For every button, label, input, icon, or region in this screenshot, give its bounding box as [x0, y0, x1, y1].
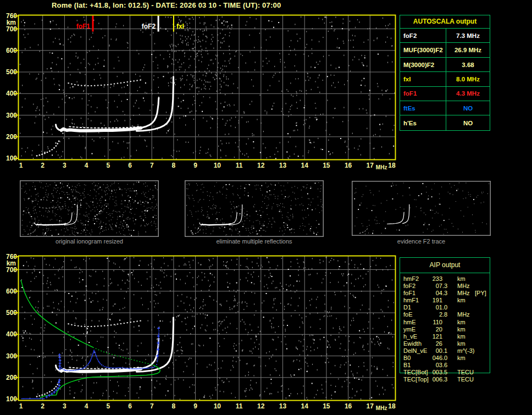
autoscala-param-label: MUF(3000)F2 [400, 43, 446, 57]
svg-text:10: 10 [214, 162, 221, 169]
svg-text:11: 11 [236, 402, 243, 410]
aip-param-note: [PY] [475, 290, 486, 297]
svg-text:12: 12 [257, 162, 265, 169]
aip-param-value-frac: .1 [442, 347, 447, 355]
aip-param-value-int: 110 [420, 319, 442, 326]
aip-row: ymE20km [400, 326, 490, 333]
autoscala-param-label: ftEs [400, 101, 446, 115]
aip-row: hmF1191km [400, 297, 490, 304]
plot-border [20, 181, 159, 237]
aip-param-label: Ewidth [403, 340, 422, 347]
aip-param-label: ymE [403, 326, 415, 333]
aip-param-label: hmF2 [403, 275, 419, 283]
svg-text:4: 4 [85, 402, 88, 410]
autoscala-row: foF14.3 MHz [400, 87, 490, 101]
aip-param-unit: km [457, 319, 465, 326]
aip-row: DelN_vE00.1m^(-3) [400, 347, 490, 355]
aip-param-label: hmF1 [403, 297, 419, 304]
aip-row: foF104.3MHz[PY] [400, 290, 490, 297]
autoscala-rows: foF27.3 MHzMUF(3000)F226.9 MHzM(3000)F23… [400, 29, 490, 130]
aip-row: hmE110km [400, 319, 490, 326]
aip-param-value-int: 191 [420, 297, 442, 304]
aip-param-value-int: 01 [420, 304, 442, 311]
autoscala-param-value: 3.68 [446, 58, 490, 71]
restored-trace-points [21, 327, 160, 399]
plot-border [185, 181, 324, 237]
svg-text:5: 5 [106, 402, 110, 410]
plot-border [19, 256, 396, 401]
aip-param-value-frac: .3 [442, 283, 447, 290]
svg-text:km: km [7, 259, 16, 267]
autoscala-row: fxI8.0 MHz [400, 72, 490, 86]
aip-rows: hmF2233kmfoF207.3MHzfoF104.3MHz[PY]hmF11… [400, 275, 490, 383]
autoscala-row: ftEsNO [400, 101, 490, 115]
aip-param-value-frac: .0 [442, 304, 447, 311]
svg-text:6: 6 [128, 162, 132, 169]
svg-text:5: 5 [106, 162, 110, 169]
aip-param-unit: km [457, 326, 465, 333]
svg-text:9: 9 [193, 162, 197, 169]
svg-text:1: 1 [19, 402, 23, 410]
aip-param-value-int: 04 [420, 290, 442, 297]
aip-param-value-frac: .5 [442, 369, 447, 376]
aip-param-label: foE [403, 311, 413, 318]
thumbnail-label-original: original ionogram resized [20, 238, 159, 245]
svg-text:15: 15 [323, 402, 330, 410]
speckle-noise [21, 182, 158, 236]
aip-param-value-int: 03 [420, 362, 442, 369]
aip-param-value-int: 121 [420, 333, 442, 340]
grid-lines [19, 15, 396, 160]
svg-text:14: 14 [301, 402, 308, 410]
aip-param-unit: MHz [457, 311, 470, 318]
svg-text:15: 15 [323, 162, 330, 169]
svg-text:MHz: MHz [376, 164, 387, 170]
aip-param-label: B1 [403, 362, 411, 369]
aip-row: B0046.0km [400, 355, 490, 362]
thumbnail-evidence-f2-trace [352, 181, 491, 236]
aip-param-value-int: 2 [420, 311, 442, 318]
aip-param-value-int: 07 [420, 283, 442, 290]
aip-param-value-int: 233 [420, 275, 442, 283]
aip-param-label: hmE [403, 319, 416, 326]
svg-text:17: 17 [367, 402, 374, 410]
aip-param-value-int: 26 [420, 340, 442, 347]
plot-border [19, 15, 396, 160]
thumbnail-original-ionogram [20, 180, 159, 237]
aip-row: B103.6 [400, 362, 490, 369]
svg-text:2: 2 [41, 162, 45, 169]
speckle-noise [21, 257, 394, 400]
aip-param-value-frac: .3 [442, 290, 447, 297]
aip-row: hmF2233km [400, 275, 490, 283]
aip-param-unit: km [457, 275, 465, 283]
aip-param-label: B0 [403, 355, 411, 362]
autoscala-param-label: M(3000)F2 [400, 58, 446, 71]
svg-text:10: 10 [214, 402, 221, 410]
svg-text:12: 12 [257, 402, 265, 410]
aip-param-label: foF1 [403, 290, 415, 297]
aip-row: TEC[Bot]003.5TECU [400, 369, 490, 376]
autoscala-param-value: 4.3 MHz [446, 87, 490, 101]
aip-param-label: D1 [403, 304, 411, 311]
svg-text:18: 18 [388, 162, 396, 169]
autoscala-param-value: 8.0 MHz [446, 72, 490, 86]
aip-param-value-int: 20 [420, 326, 442, 333]
svg-text:7: 7 [150, 162, 154, 169]
autoscala-row: MUF(3000)F226.9 MHz [400, 43, 490, 57]
bottom-ionogram-plot-with-profile: 760700600500400300200100km12345678910111… [0, 251, 399, 415]
aip-param-value-frac: .3 [442, 376, 447, 383]
thumbnail-label-evidence: evidence F2 trace [352, 238, 491, 245]
autoscala-row: M(3000)F23.68 [400, 58, 490, 72]
top-ionogram-plot: foF1foF2fxI760700600500400300200100km123… [0, 10, 399, 176]
echo-traces [192, 204, 242, 234]
aip-param-unit: km [457, 340, 465, 347]
svg-text:1: 1 [19, 162, 23, 169]
svg-text:4: 4 [85, 162, 88, 169]
aip-panel-title: AIP output [400, 258, 490, 273]
autoscala-param-label: foF1 [400, 87, 446, 101]
svg-text:3: 3 [63, 162, 66, 169]
autoscala-param-label: fxI [400, 72, 446, 86]
autoscala-output-panel: AUTOSCALA output foF27.3 MHzMUF(3000)F22… [400, 15, 490, 131]
svg-text:16: 16 [345, 162, 352, 169]
svg-text:3: 3 [63, 402, 66, 410]
autoscala-row: foF27.3 MHz [400, 29, 490, 43]
